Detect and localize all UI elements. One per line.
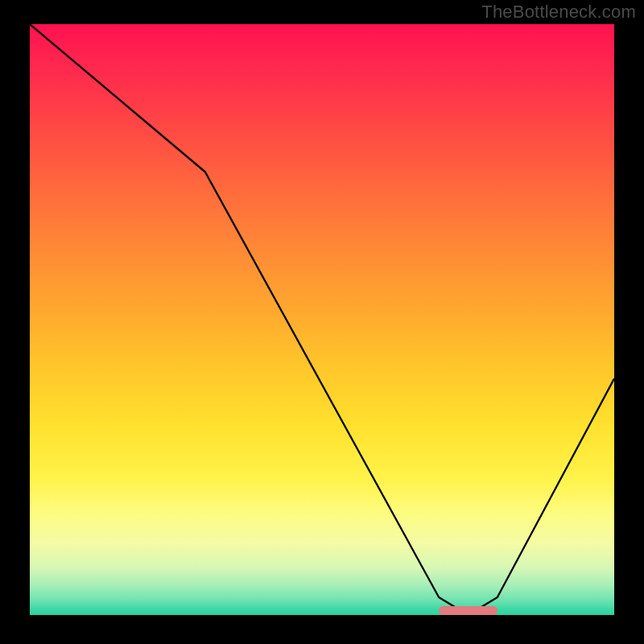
optimal-marker [439,606,497,615]
watermark-text: TheBottleneck.com [481,2,636,23]
curve-layer [30,24,614,615]
x-axis [27,615,617,617]
y-axis [27,22,30,617]
bottleneck-curve [30,24,614,615]
chart-container: TheBottleneck.com [0,0,644,644]
plot-area [30,24,614,615]
